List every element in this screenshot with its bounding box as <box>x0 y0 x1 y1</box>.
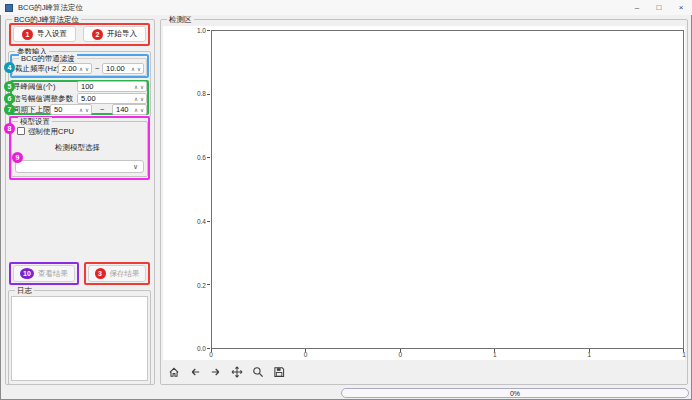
spin-up-icon[interactable]: ∧ <box>131 66 135 72</box>
title-bar: BCG的J峰算法定位 <box>0 0 692 15</box>
spin-down-icon[interactable]: ∨ <box>140 96 144 102</box>
spin-up-icon[interactable]: ∧ <box>134 96 138 102</box>
log-textarea[interactable] <box>11 296 148 381</box>
window-controls: – □ × <box>626 0 692 15</box>
tick-mark <box>207 348 210 349</box>
amplitude-param-value: 5.00 <box>78 94 134 103</box>
y-tick-labels: 1.00.80.60.40.20.0 <box>185 30 206 349</box>
spin-down-icon[interactable]: ∨ <box>140 107 144 113</box>
interval-low-spinbox[interactable]: 50 ∧∨ <box>50 104 92 115</box>
amplitude-param-label: 信号幅值调整参数 <box>13 93 73 104</box>
bandpass-group-title: BCG的带通滤波 <box>19 54 77 63</box>
force-cpu-checkbox[interactable] <box>17 127 25 135</box>
app-icon <box>5 4 13 12</box>
plot-axes[interactable] <box>211 30 684 349</box>
model-select-label: 检测模型选择 <box>55 142 100 153</box>
interval-low-value: 50 <box>51 105 79 114</box>
start-import-button[interactable]: 2 开始导入 <box>83 26 146 42</box>
tick-mark <box>207 221 210 222</box>
cutoff-range-separator: ~ <box>95 63 99 74</box>
log-group-title: 日志 <box>15 286 34 295</box>
maximize-button[interactable]: □ <box>648 0 670 15</box>
window-title: BCG的J峰算法定位 <box>18 3 83 13</box>
interval-high-value: 140 <box>113 105 134 114</box>
badge-8: 8 <box>4 123 15 134</box>
badge-1: 1 <box>22 29 33 40</box>
peak-threshold-label: 寻峰阈值(个) <box>13 81 56 92</box>
amplitude-param-spinbox[interactable]: 5.00 ∧∨ <box>77 93 147 104</box>
cutoff-high-value: 10.00 <box>103 64 131 73</box>
import-settings-label: 导入设置 <box>37 29 67 39</box>
tick-mark <box>494 349 495 352</box>
badge-5: 5 <box>4 81 15 92</box>
chevron-down-icon: ∨ <box>133 163 138 171</box>
spin-up-icon[interactable]: ∧ <box>134 84 138 90</box>
x-tick-marks <box>211 349 684 352</box>
tick-mark <box>207 94 210 95</box>
plot-group-title: 检测区 <box>167 15 194 24</box>
close-button[interactable]: × <box>670 0 692 15</box>
cutoff-low-spinbox[interactable]: 2.00 ∧∨ <box>58 63 92 74</box>
tick-mark <box>683 349 684 352</box>
pan-icon[interactable] <box>228 363 245 380</box>
plot-toolbar <box>165 363 287 380</box>
cutoff-low-value: 2.00 <box>59 64 79 73</box>
force-cpu-label: 强制使用CPU <box>28 126 74 137</box>
forward-arrow-icon[interactable] <box>207 363 224 380</box>
back-arrow-icon[interactable] <box>186 363 203 380</box>
left-panel-group-title: BCG的J峰算法定位 <box>12 15 81 24</box>
interval-range-separator: ~ <box>100 104 104 115</box>
peak-threshold-value: 100 <box>78 82 134 91</box>
view-results-label: 查看结果 <box>38 269 68 279</box>
tick-mark <box>207 284 210 285</box>
x-tick-labels: 000111 <box>211 351 684 359</box>
badge-3: 3 <box>95 268 106 279</box>
spin-down-icon[interactable]: ∨ <box>85 107 89 113</box>
badge-6: 6 <box>4 93 15 104</box>
spin-down-icon[interactable]: ∨ <box>137 66 141 72</box>
progress-text: 0% <box>510 390 520 397</box>
save-icon[interactable] <box>270 363 287 380</box>
spin-up-icon[interactable]: ∧ <box>134 107 138 113</box>
start-import-label: 开始导入 <box>107 29 137 39</box>
minimize-button[interactable]: – <box>626 0 648 15</box>
tick-mark <box>211 349 212 352</box>
tick-mark <box>207 30 210 31</box>
tick-mark <box>589 349 590 352</box>
tick-mark <box>305 349 306 352</box>
y-tick-marks <box>207 30 210 349</box>
model-select-combobox[interactable]: ∨ <box>15 160 144 173</box>
zoom-icon[interactable] <box>249 363 266 380</box>
interval-high-spinbox[interactable]: 140 ∧∨ <box>112 104 147 115</box>
save-results-label: 保存结果 <box>110 269 140 279</box>
tick-mark <box>400 349 401 352</box>
import-settings-button[interactable]: 1 导入设置 <box>13 26 76 42</box>
badge-7: 7 <box>4 104 15 115</box>
badge-2: 2 <box>92 29 103 40</box>
home-icon[interactable] <box>165 363 182 380</box>
model-group-title: 模型设置 <box>18 117 52 126</box>
save-results-button[interactable]: 3 保存结果 <box>88 265 146 282</box>
cutoff-freq-label: 截止频率(Hz): <box>15 63 61 74</box>
spin-down-icon[interactable]: ∨ <box>85 66 89 72</box>
tick-mark <box>207 157 210 158</box>
badge-4: 4 <box>4 62 15 73</box>
view-results-button[interactable]: 10 查看结果 <box>13 265 75 282</box>
spin-down-icon[interactable]: ∨ <box>140 84 144 90</box>
spin-up-icon[interactable]: ∧ <box>79 107 83 113</box>
peak-threshold-spinbox[interactable]: 100 ∧∨ <box>77 81 147 92</box>
badge-9: 9 <box>12 152 23 163</box>
progress-bar: 0% <box>341 388 689 398</box>
spin-up-icon[interactable]: ∧ <box>79 66 83 72</box>
cutoff-high-spinbox[interactable]: 10.00 ∧∨ <box>102 63 144 74</box>
badge-10: 10 <box>20 268 34 279</box>
app-window: { "window": { "title": "BCG的J峰算法定位", "mi… <box>0 0 692 400</box>
